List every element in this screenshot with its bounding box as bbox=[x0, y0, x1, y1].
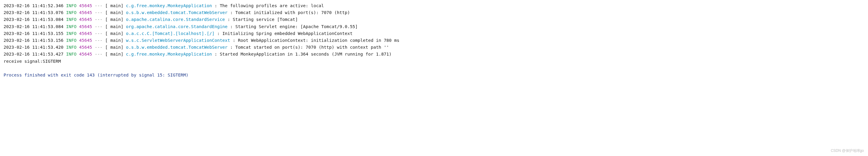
log-timestamp: 2023-02-16 11:41:53.084 bbox=[4, 24, 64, 29]
log-pid: 45645 bbox=[79, 38, 92, 43]
log-level: INFO bbox=[66, 31, 77, 36]
signal-line: receive signal:SIGTERM bbox=[4, 58, 864, 65]
log-pid: 45645 bbox=[79, 24, 92, 29]
log-line: 2023-02-16 11:41:53.076 INFO 45645 --- [… bbox=[4, 9, 864, 16]
log-separator: --- bbox=[95, 31, 103, 36]
log-message: Tomcat initialized with port(s): 7070 (h… bbox=[235, 10, 350, 15]
log-timestamp: 2023-02-16 11:41:53.427 bbox=[4, 52, 64, 56]
log-pid: 45645 bbox=[79, 45, 92, 50]
blank-line bbox=[4, 65, 864, 72]
log-message: Starting Servlet engine: [Apache Tomcat/… bbox=[235, 24, 358, 29]
log-level: INFO bbox=[66, 38, 77, 43]
log-level: INFO bbox=[66, 45, 77, 50]
log-thread: [ main] bbox=[105, 24, 123, 29]
log-logger: c.g.free.monkey.MonkeyApplication bbox=[126, 52, 214, 56]
log-separator: --- bbox=[95, 45, 103, 50]
log-line: 2023-02-16 11:41:53.420 INFO 45645 --- [… bbox=[4, 44, 864, 51]
log-line: 2023-02-16 11:41:52.346 INFO 45645 --- [… bbox=[4, 2, 864, 9]
log-message: Starting service [Tomcat] bbox=[232, 17, 298, 22]
log-timestamp: 2023-02-16 11:41:53.076 bbox=[4, 10, 64, 15]
log-colon: : bbox=[217, 31, 220, 36]
log-pid: 45645 bbox=[79, 10, 92, 15]
log-colon: : bbox=[214, 3, 217, 8]
log-message: Tomcat started on port(s): 7070 (http) w… bbox=[235, 45, 389, 50]
log-separator: --- bbox=[95, 3, 103, 8]
log-logger: org.apache.catalina.core.StandardEngine bbox=[126, 24, 230, 29]
log-pid: 45645 bbox=[79, 3, 92, 8]
log-level: INFO bbox=[66, 17, 77, 22]
log-timestamp: 2023-02-16 11:41:53.420 bbox=[4, 45, 64, 50]
log-logger: o.a.c.c.C.[Tomcat].[localhost].[/] bbox=[126, 31, 217, 36]
log-logger: w.s.c.ServletWebServerApplicationContext bbox=[126, 38, 230, 43]
log-colon: : bbox=[230, 10, 233, 15]
log-colon: : bbox=[230, 24, 233, 29]
log-level: INFO bbox=[66, 52, 77, 56]
log-separator: --- bbox=[95, 24, 103, 29]
log-timestamp: 2023-02-16 11:41:53.155 bbox=[4, 31, 64, 36]
log-pid: 45645 bbox=[79, 52, 92, 56]
log-timestamp: 2023-02-16 11:41:53.156 bbox=[4, 38, 64, 43]
log-level: INFO bbox=[66, 24, 77, 29]
log-line: 2023-02-16 11:41:53.084 INFO 45645 --- [… bbox=[4, 23, 864, 30]
log-line: 2023-02-16 11:41:53.427 INFO 45645 --- [… bbox=[4, 51, 864, 58]
log-thread: [ main] bbox=[105, 38, 123, 43]
log-thread: [ main] bbox=[105, 17, 123, 22]
log-message: Started MonkeyApplication in 1.364 secon… bbox=[220, 52, 392, 56]
log-message: Initializing Spring embedded WebApplicat… bbox=[222, 31, 352, 36]
log-colon: : bbox=[232, 38, 235, 43]
log-line: 2023-02-16 11:41:53.156 INFO 45645 --- [… bbox=[4, 37, 864, 44]
log-thread: [ main] bbox=[105, 31, 123, 36]
log-line: 2023-02-16 11:41:53.084 INFO 45645 --- [… bbox=[4, 16, 864, 23]
log-thread: [ main] bbox=[105, 45, 123, 50]
log-separator: --- bbox=[95, 17, 103, 22]
log-separator: --- bbox=[95, 38, 103, 43]
log-thread: [ main] bbox=[105, 52, 123, 56]
log-colon: : bbox=[227, 17, 230, 22]
log-logger: o.s.b.w.embedded.tomcat.TomcatWebServer bbox=[126, 45, 230, 50]
log-message: The following profiles are active: local bbox=[220, 3, 324, 8]
log-thread: [ main] bbox=[105, 3, 123, 8]
log-level: INFO bbox=[66, 3, 77, 8]
log-timestamp: 2023-02-16 11:41:52.346 bbox=[4, 3, 64, 8]
log-logger: o.apache.catalina.core.StandardService bbox=[126, 17, 227, 22]
log-pid: 45645 bbox=[79, 17, 92, 22]
log-line: 2023-02-16 11:41:53.155 INFO 45645 --- [… bbox=[4, 30, 864, 37]
log-logger: c.g.free.monkey.MonkeyApplication bbox=[126, 3, 214, 8]
log-output: 2023-02-16 11:41:52.346 INFO 45645 --- [… bbox=[4, 2, 864, 79]
log-timestamp: 2023-02-16 11:41:53.084 bbox=[4, 17, 64, 22]
log-thread: [ main] bbox=[105, 10, 123, 15]
log-level: INFO bbox=[66, 10, 77, 15]
log-pid: 45645 bbox=[79, 31, 92, 36]
log-separator: --- bbox=[95, 10, 103, 15]
log-message: Root WebApplicationContext: initializati… bbox=[238, 38, 399, 43]
exit-code-line: Process finished with exit code 143 (int… bbox=[4, 72, 864, 79]
log-colon: : bbox=[230, 45, 233, 50]
log-separator: --- bbox=[95, 52, 103, 56]
log-logger: o.s.b.w.embedded.tomcat.TomcatWebServer bbox=[126, 10, 230, 15]
log-colon: : bbox=[214, 52, 217, 56]
